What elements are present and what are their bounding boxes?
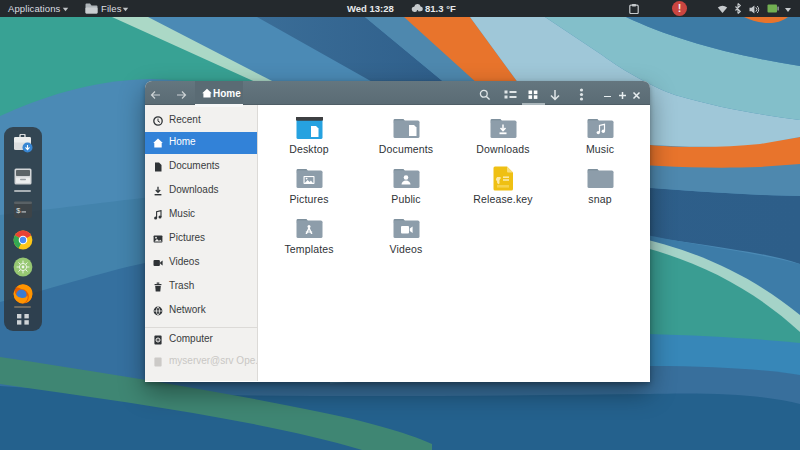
- svg-text:$: $: [16, 207, 21, 215]
